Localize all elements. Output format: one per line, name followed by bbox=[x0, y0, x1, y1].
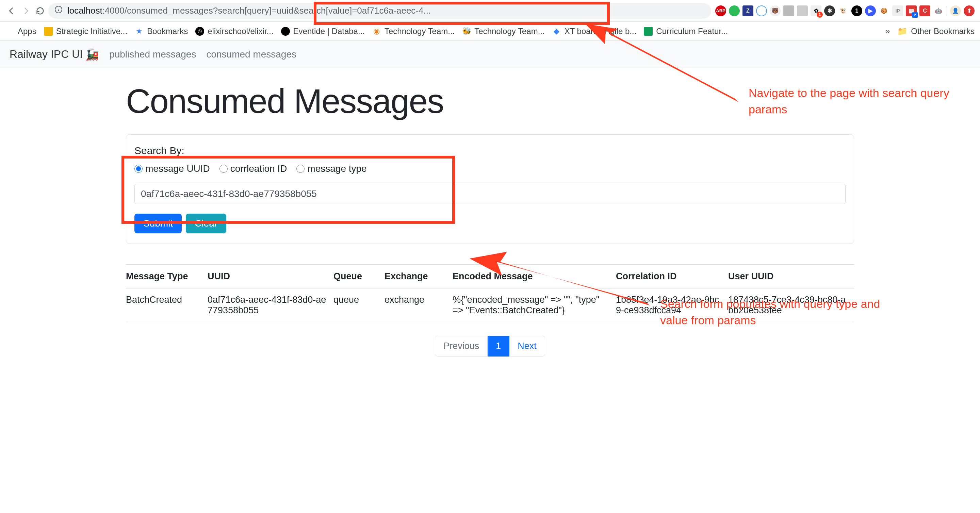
cell-type: BatchCreated bbox=[126, 288, 208, 322]
bookmark-tech-team-2[interactable]: 🐝Technology Team... bbox=[462, 27, 544, 36]
cell-queue: queue bbox=[334, 288, 385, 322]
radio-correlation-id-input[interactable] bbox=[220, 165, 228, 173]
apps-icon bbox=[5, 27, 14, 36]
pagination-prev[interactable]: Previous bbox=[435, 336, 488, 357]
robot-icon[interactable]: 🤖 bbox=[933, 5, 944, 16]
pagination: Previous 1 Next bbox=[126, 336, 854, 357]
bookmark-elixirschool[interactable]: ⎋elixirschool/elixir... bbox=[195, 27, 273, 36]
th-queue: Queue bbox=[334, 265, 385, 288]
th-uuid: UUID bbox=[208, 265, 334, 288]
red-up-icon[interactable]: ⬆ bbox=[964, 5, 975, 16]
search-label: Search By: bbox=[134, 145, 846, 156]
annotation-arrow-top bbox=[565, 21, 756, 109]
th-message-type: Message Type bbox=[126, 265, 208, 288]
other-bookmarks[interactable]: 📁 Other Bookmarks bbox=[897, 27, 975, 36]
cookie-icon[interactable]: 🍪 bbox=[878, 5, 889, 16]
forward-button[interactable] bbox=[20, 5, 32, 17]
red-c-icon[interactable]: C bbox=[920, 5, 930, 16]
grey-square-icon[interactable] bbox=[783, 5, 794, 16]
annotation-arrow-mid bbox=[456, 248, 667, 316]
bookmark-eventide[interactable]: Eventide | Databa... bbox=[281, 27, 365, 36]
bookmark-bookmarks[interactable]: ★Bookmarks bbox=[135, 27, 188, 36]
rotating-icon[interactable]: ✱ bbox=[824, 5, 835, 16]
slides-icon bbox=[44, 27, 53, 36]
bookmark-overflow[interactable]: » bbox=[885, 27, 890, 36]
star-icon: ★ bbox=[135, 27, 143, 36]
radio-message-type[interactable]: message type bbox=[296, 163, 366, 174]
avatar-icon[interactable]: 👤 bbox=[950, 5, 961, 16]
swirl-blue-icon[interactable] bbox=[756, 5, 767, 16]
annotation-text-top: Navigate to the page with search query p… bbox=[749, 85, 959, 118]
back-button[interactable] bbox=[5, 5, 18, 17]
url-query: s?search[query]=uuid&search[value]=0af71… bbox=[208, 5, 431, 16]
apps-button[interactable]: Apps bbox=[5, 27, 37, 36]
clear-button[interactable]: Clear bbox=[186, 214, 226, 233]
cow-icon[interactable]: 🐮 bbox=[838, 5, 849, 16]
video-icon[interactable]: ▶ bbox=[865, 5, 876, 16]
pagination-page-1[interactable]: 1 bbox=[488, 336, 509, 357]
github-icon: ⎋ bbox=[195, 27, 204, 36]
ip-icon[interactable]: IP bbox=[892, 5, 903, 16]
pagination-next[interactable]: Next bbox=[509, 336, 545, 357]
radio-message-uuid[interactable]: message UUID bbox=[134, 163, 210, 174]
cell-exchange: exchange bbox=[385, 288, 453, 322]
radio-message-uuid-input[interactable] bbox=[134, 165, 143, 173]
address-bar[interactable]: localhost :4000/consumed_message s?searc… bbox=[48, 3, 711, 19]
nav-published-messages[interactable]: published messages bbox=[109, 49, 196, 60]
app-navbar: Railway IPC UI 🚂 published messages cons… bbox=[0, 41, 980, 68]
nav-consumed-messages[interactable]: consumed messages bbox=[206, 49, 296, 60]
bookmark-tech-team-1[interactable]: ◉Technology Team... bbox=[372, 27, 455, 36]
agile-icon: ◆ bbox=[552, 27, 561, 36]
black-one-icon[interactable]: 1 bbox=[851, 5, 862, 16]
search-card: Search By: message UUID corrleation ID m… bbox=[126, 134, 854, 244]
orange-badge-icon[interactable]: 1✿ bbox=[811, 5, 821, 16]
radio-correlation-id[interactable]: corrleation ID bbox=[220, 163, 287, 174]
th-user-uuid: User UUID bbox=[728, 265, 854, 288]
cell-uuid: 0af71c6a-aeec-431f-83d0-ae779358b055 bbox=[208, 288, 334, 322]
bear-icon[interactable]: 🐻 bbox=[770, 5, 781, 16]
browser-toolbar: localhost :4000/consumed_message s?searc… bbox=[0, 0, 980, 22]
extension-icons: ABP Z 🐻 1✿ ✱ 🐮 1 ▶ 🍪 IP ▦2 C 🤖 👤 ⬆ bbox=[715, 5, 975, 16]
bookmark-strategic[interactable]: Strategic Initiative... bbox=[44, 27, 127, 36]
url-host: localhost bbox=[67, 5, 102, 16]
apps-label: Apps bbox=[18, 27, 37, 36]
reload-button[interactable] bbox=[34, 5, 46, 17]
bookmarks-bar: Apps Strategic Initiative... ★Bookmarks … bbox=[0, 22, 980, 41]
tech-icon-2: 🐝 bbox=[462, 27, 471, 36]
green-dot-icon[interactable] bbox=[729, 5, 740, 16]
app-brand[interactable]: Railway IPC UI 🚂 bbox=[10, 48, 99, 61]
train-icon: 🚂 bbox=[86, 48, 99, 61]
search-input[interactable] bbox=[134, 184, 846, 204]
tech-icon: ◉ bbox=[372, 27, 381, 36]
submit-button[interactable]: Submit bbox=[134, 214, 182, 233]
folder-icon: 📁 bbox=[897, 27, 907, 36]
grey-square2-icon[interactable] bbox=[797, 5, 808, 16]
grey-sep-icon bbox=[947, 6, 947, 16]
annotation-text-mid: Search form populates with query type an… bbox=[660, 296, 891, 328]
site-info-icon[interactable] bbox=[54, 5, 63, 16]
radio-message-type-input[interactable] bbox=[296, 165, 305, 173]
z-icon[interactable]: Z bbox=[743, 5, 753, 16]
abp-icon[interactable]: ABP bbox=[715, 5, 726, 16]
th-exchange: Exchange bbox=[385, 265, 453, 288]
eventide-icon bbox=[281, 27, 290, 36]
search-radio-row: message UUID corrleation ID message type bbox=[134, 163, 846, 174]
red-badge-icon[interactable]: ▦2 bbox=[906, 5, 917, 16]
url-path: :4000/consumed_message bbox=[102, 5, 208, 16]
